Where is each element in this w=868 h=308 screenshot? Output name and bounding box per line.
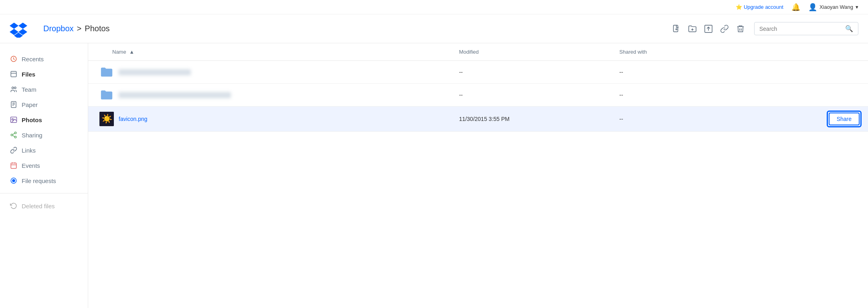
file-table: Name ▲ Modified Shared with <box>88 43 868 132</box>
sidebar-item-team[interactable]: Team <box>0 82 88 97</box>
sidebar-label-file-requests: File requests <box>22 177 56 184</box>
svg-point-14 <box>14 136 16 138</box>
sidebar-item-sharing[interactable]: Sharing <box>0 127 88 143</box>
modified-3: 11/30/2015 3:55 PM <box>453 107 613 132</box>
search-input[interactable] <box>759 26 845 32</box>
sidebar-item-deleted-files[interactable]: Deleted files <box>0 198 88 213</box>
shared-1: -- <box>613 61 759 84</box>
upload-icon[interactable] <box>703 23 714 34</box>
app-body: Recents Files Team Paper Photos <box>0 43 868 308</box>
action-3: Share <box>759 107 868 132</box>
sidebar-label-events: Events <box>22 162 40 169</box>
main-content: Name ▲ Modified Shared with <box>88 43 868 308</box>
user-avatar-icon: 👤 <box>808 3 817 12</box>
svg-point-4 <box>12 87 14 89</box>
sidebar-label-recents: Recents <box>22 56 44 62</box>
upgrade-label: Upgrade account <box>744 4 783 10</box>
svg-point-12 <box>14 132 16 134</box>
search-icon: 🔍 <box>845 25 853 32</box>
sidebar-label-photos: Photos <box>22 117 42 123</box>
filename-link-3[interactable]: favicon.png <box>119 116 148 122</box>
modified-2: -- <box>453 84 613 107</box>
paper-icon <box>10 101 18 109</box>
new-folder-icon[interactable] <box>687 23 698 34</box>
sidebar-label-deleted-files: Deleted files <box>22 203 55 209</box>
col-action <box>759 43 868 61</box>
action-1 <box>759 61 868 84</box>
svg-point-13 <box>11 134 13 136</box>
breadcrumb-separator: > <box>77 24 82 33</box>
dropbox-logo <box>10 20 27 38</box>
sidebar-label-team: Team <box>22 86 36 93</box>
modified-1: -- <box>453 61 613 84</box>
user-menu-chevron: ▾ <box>856 4 858 10</box>
sidebar-item-file-requests[interactable]: File requests <box>0 173 88 188</box>
svg-rect-3 <box>11 71 16 77</box>
sidebar-item-files[interactable]: Files <box>0 66 88 82</box>
sidebar-label-sharing: Sharing <box>22 132 42 139</box>
sidebar-item-links[interactable]: Links <box>0 143 88 158</box>
svg-rect-17 <box>11 163 16 169</box>
blurred-filename-1 <box>119 69 191 75</box>
table-row[interactable]: -- -- <box>88 84 868 107</box>
search-box[interactable]: 🔍 <box>754 22 858 35</box>
sidebar-item-paper[interactable]: Paper <box>0 97 88 112</box>
photos-icon <box>10 116 18 124</box>
svg-line-16 <box>12 133 14 135</box>
breadcrumb: Dropbox > Photos <box>43 24 671 33</box>
sidebar-item-photos[interactable]: Photos <box>0 112 88 127</box>
sort-arrow-name: ▲ <box>129 49 134 55</box>
sidebar-label-files: Files <box>22 71 35 78</box>
table-row[interactable]: ☀️ favicon.png 11/30/2015 3:55 PM -- Sha… <box>88 107 868 132</box>
col-modified[interactable]: Modified <box>453 43 613 61</box>
favicon-thumbnail: ☀️ <box>99 112 114 126</box>
delete-icon[interactable] <box>735 23 746 34</box>
user-name: Xiaoyan Wang <box>819 4 853 10</box>
link-icon[interactable] <box>719 23 730 34</box>
files-icon <box>10 70 18 78</box>
new-file-icon[interactable] <box>671 23 682 34</box>
deleted-icon <box>10 202 18 210</box>
share-button-wrapper: Share <box>827 111 862 127</box>
user-menu[interactable]: 👤 Xiaoyan Wang ▾ <box>808 3 858 12</box>
recents-icon <box>10 55 18 63</box>
blurred-filename-2 <box>119 92 231 98</box>
notification-icon[interactable]: 🔔 <box>791 3 800 12</box>
logo-area <box>10 20 27 38</box>
header: Dropbox > Photos <box>0 14 868 43</box>
share-button[interactable]: Share <box>829 113 860 125</box>
sidebar-label-paper: Paper <box>22 101 38 108</box>
svg-rect-0 <box>674 25 678 32</box>
sidebar-item-recents[interactable]: Recents <box>0 51 88 66</box>
sidebar-divider <box>0 193 88 193</box>
file-table-header: Name ▲ Modified Shared with <box>88 43 868 61</box>
events-icon <box>10 161 18 169</box>
svg-point-11 <box>12 119 14 120</box>
breadcrumb-current: Photos <box>85 24 109 33</box>
breadcrumb-root[interactable]: Dropbox <box>43 24 74 33</box>
col-name[interactable]: Name ▲ <box>88 43 453 61</box>
links-icon <box>10 146 18 154</box>
team-icon <box>10 85 18 93</box>
file-table-body: -- -- <box>88 61 868 132</box>
action-2 <box>759 84 868 107</box>
file-requests-icon <box>10 177 18 185</box>
sidebar-label-links: Links <box>22 147 36 154</box>
top-bar: ⭐ Upgrade account 🔔 👤 Xiaoyan Wang ▾ <box>0 0 868 14</box>
sidebar: Recents Files Team Paper Photos <box>0 43 88 308</box>
svg-point-5 <box>14 87 16 89</box>
shared-3: -- <box>613 107 759 132</box>
folder-icon-1 <box>99 65 114 79</box>
col-shared-with[interactable]: Shared with <box>613 43 759 61</box>
upgrade-star-icon: ⭐ <box>736 4 742 10</box>
shared-2: -- <box>613 84 759 107</box>
table-row[interactable]: -- -- <box>88 61 868 84</box>
upgrade-link[interactable]: ⭐ Upgrade account <box>736 4 783 10</box>
sidebar-item-events[interactable]: Events <box>0 158 88 173</box>
toolbar <box>671 23 746 34</box>
svg-line-15 <box>12 135 14 137</box>
folder-icon-2 <box>99 88 114 102</box>
sharing-icon <box>10 131 18 139</box>
favicon-star-icon: ☀️ <box>101 115 112 123</box>
svg-point-22 <box>12 179 15 182</box>
